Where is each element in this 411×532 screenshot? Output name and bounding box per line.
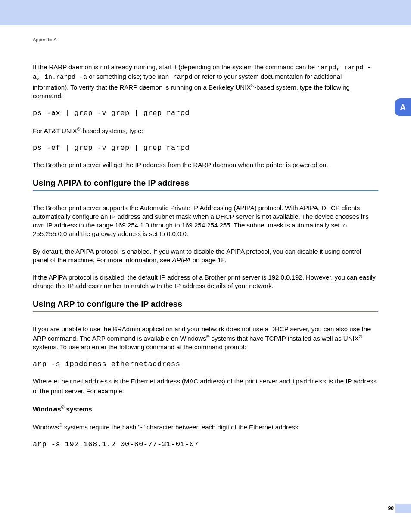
command-block-arp-2: arp -s 192.168.1.2 00-80-77-31-01-07 [33,440,378,448]
cross-reference-link[interactable]: APIPA [172,256,191,264]
page-number-bar [395,504,411,513]
text: systems. To use arp enter the following … [33,343,246,351]
heading-apipa: Using APIPA to configure the IP address [33,178,378,191]
text: -based systems, type: [81,127,143,134]
arp-paragraph-3: Windows® systems require the hash "-" ch… [33,422,378,432]
command-block-arp-1: arp -s ipaddress ethernetaddress [33,360,378,368]
registered-mark: ® [251,83,254,88]
section-tab-a[interactable]: A [395,98,411,116]
appendix-label: Appendix A [33,37,378,42]
arp-paragraph-2: Where ethernetaddress is the Ethernet ad… [33,377,378,395]
page-number: 90 [388,505,394,511]
text: systems require the hash "-" character b… [62,423,300,431]
text: Windows [33,423,59,431]
command-block-2: ps -ef | grep -v grep | grep rarpd [33,144,378,152]
text: systems [64,405,92,413]
top-header-band [0,0,411,25]
intro-paragraph-3: The Brother print server will get the IP… [33,161,378,169]
arp-paragraph-1: If you are unable to use the BRAdmin app… [33,325,378,352]
heading-arp: Using ARP to configure the IP address [33,299,378,312]
text: is the Ethernet address (MAC address) of… [112,377,292,385]
registered-mark: ® [359,334,362,339]
text: If the RARP daemon is not already runnin… [33,63,317,71]
registered-mark: ® [77,126,81,131]
intro-paragraph-1: If the RARP daemon is not already runnin… [33,63,378,100]
text: or something else; type [87,73,157,80]
command-block-1: ps -ax | grep -v grep | grep rarpd [33,109,378,117]
text: Where [33,377,53,385]
apipa-paragraph-3: If the APIPA protocol is disabled, the d… [33,273,378,291]
text: For AT&T UNIX [33,127,77,134]
inline-code: ipaddress [292,378,327,386]
apipa-paragraph-1: The Brother print server supports the Au… [33,204,378,239]
text: on page 18. [191,256,227,264]
subheading-windows-systems: Windows® systems [33,404,378,414]
inline-code: ethernetaddress [53,378,112,386]
text: systems that have TCP/IP installed as we… [209,335,358,342]
page-content: Appendix A If the RARP daemon is not alr… [0,25,411,448]
inline-code: man rarpd [157,74,192,81]
registered-mark: ® [59,423,62,428]
apipa-paragraph-2: By default, the APIPA protocol is enable… [33,247,378,265]
intro-paragraph-2: For AT&T UNIX®-based systems, type: [33,126,378,135]
text: Windows [33,405,61,413]
